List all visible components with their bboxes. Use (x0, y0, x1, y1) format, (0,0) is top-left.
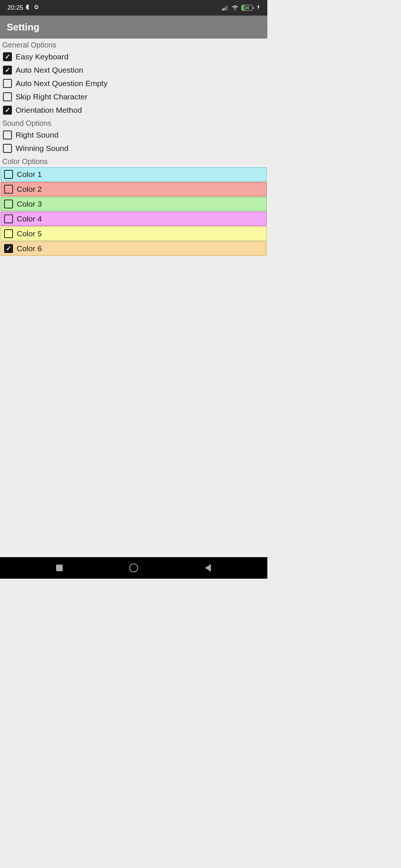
checkbox-right-sound[interactable] (3, 131, 12, 139)
status-left: 20:25 (7, 4, 39, 12)
svg-rect-4 (225, 7, 226, 10)
section-header-color: Color Options (0, 155, 267, 167)
nav-bar (0, 557, 267, 579)
check-icon: ✓ (5, 67, 10, 73)
status-bar: 20:25 24 (0, 0, 267, 16)
check-icon: ✓ (5, 53, 10, 60)
setting-winning-sound[interactable]: Winning Sound (0, 142, 267, 155)
svg-rect-5 (226, 6, 228, 10)
nav-back-button[interactable] (200, 560, 215, 575)
checkbox-color-2[interactable] (4, 185, 13, 194)
svg-rect-3 (224, 8, 225, 10)
setting-color-4[interactable]: Color 4 (1, 212, 267, 226)
setting-color-3[interactable]: Color 3 (1, 197, 267, 211)
check-icon: ✓ (6, 245, 12, 252)
setting-easy-keyboard[interactable]: ✓ Easy Keyboard (0, 50, 267, 63)
setting-color-1[interactable]: Color 1 (1, 167, 267, 181)
svg-rect-1 (35, 6, 38, 8)
setting-auto-next[interactable]: ✓ Auto Next Question (0, 63, 267, 77)
battery-text: 24 (245, 6, 249, 10)
setting-label: Color 6 (17, 244, 42, 253)
square-icon (56, 565, 63, 571)
signal-icon (222, 5, 229, 10)
compass-icon (26, 4, 32, 12)
triangle-left-icon (205, 564, 211, 572)
setting-label: Color 3 (17, 200, 42, 208)
setting-color-2[interactable]: Color 2 (1, 182, 267, 196)
circle-icon (129, 563, 138, 572)
setting-label: Color 5 (17, 229, 42, 238)
section-header-sound: Sound Options (0, 117, 267, 128)
setting-label: Right Sound (16, 131, 59, 139)
setting-orientation[interactable]: ✓ Orientation Method (0, 103, 267, 117)
nav-recent-button[interactable] (52, 560, 67, 575)
settings-content[interactable]: General Options ✓ Easy Keyboard ✓ Auto N… (0, 39, 267, 557)
checkbox-color-3[interactable] (4, 200, 13, 208)
setting-color-5[interactable]: Color 5 (1, 227, 267, 241)
checkbox-auto-next-empty[interactable] (3, 79, 12, 88)
charging-icon (257, 4, 260, 11)
setting-label: Easy Keyboard (16, 52, 68, 61)
setting-label: Color 4 (17, 214, 42, 223)
sync-icon (34, 4, 39, 11)
status-right: 24 (222, 4, 260, 11)
battery-indicator: 24 (241, 5, 254, 11)
app-bar: Setting (0, 16, 267, 39)
checkbox-skip-right-char[interactable] (3, 92, 12, 101)
checkbox-easy-keyboard[interactable]: ✓ (3, 52, 12, 61)
setting-right-sound[interactable]: Right Sound (0, 128, 267, 142)
setting-auto-next-empty[interactable]: Auto Next Question Empty (0, 77, 267, 90)
checkbox-color-1[interactable] (4, 170, 13, 179)
checkbox-color-4[interactable] (4, 214, 13, 223)
nav-home-button[interactable] (126, 560, 141, 575)
setting-label: Orientation Method (16, 106, 82, 115)
wifi-icon (232, 5, 238, 10)
status-time: 20:25 (7, 4, 23, 11)
checkbox-color-5[interactable] (4, 229, 13, 238)
setting-label: Winning Sound (16, 144, 68, 153)
setting-color-6[interactable]: ✓ Color 6 (1, 241, 267, 256)
setting-label: Auto Next Question Empty (16, 79, 107, 88)
setting-label: Color 2 (17, 185, 42, 194)
check-icon: ✓ (5, 107, 10, 114)
page-title: Setting (7, 22, 39, 33)
setting-label: Color 1 (17, 170, 42, 179)
checkbox-auto-next[interactable]: ✓ (3, 66, 12, 75)
setting-label: Auto Next Question (16, 66, 83, 75)
section-header-general: General Options (0, 39, 267, 50)
svg-rect-2 (222, 9, 223, 10)
checkbox-winning-sound[interactable] (3, 144, 12, 153)
setting-label: Skip Right Character (16, 92, 88, 101)
checkbox-color-6[interactable]: ✓ (4, 244, 13, 253)
checkbox-orientation[interactable]: ✓ (3, 106, 12, 115)
setting-skip-right-char[interactable]: Skip Right Character (0, 90, 267, 103)
